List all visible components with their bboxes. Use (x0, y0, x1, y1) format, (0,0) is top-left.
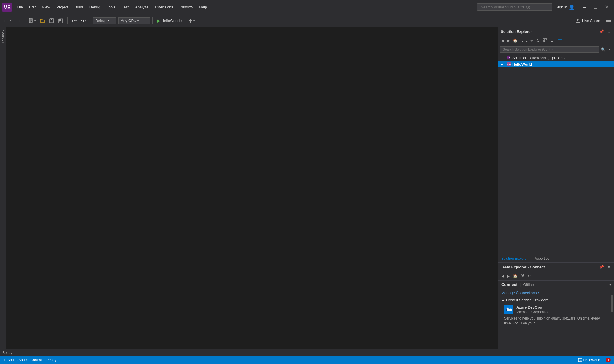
tree-solution-node[interactable]: VS Solution 'HelloWorld' (1 project) (498, 55, 614, 61)
manage-connections-link[interactable]: Manage Connections ▾ (498, 289, 611, 297)
solution-tree: VS Solution 'HelloWorld' (1 project) ▶ C… (498, 54, 614, 255)
save-icon (49, 18, 54, 23)
undo-button[interactable]: ↩ ▾ (70, 18, 78, 24)
te-home-button[interactable]: 🏠 (512, 273, 519, 279)
menu-window[interactable]: Window (177, 4, 196, 10)
menu-edit[interactable]: Edit (26, 4, 38, 10)
project-status-icon: C# (578, 358, 582, 362)
platform-config-dropdown[interactable]: Any CPU ▾ (118, 17, 150, 24)
se-search-button[interactable]: 🔍 (599, 47, 607, 53)
se-close-button[interactable]: ✕ (606, 29, 612, 34)
menu-build[interactable]: Build (72, 4, 86, 10)
live-share-button[interactable]: Live Share (573, 17, 602, 24)
tab-properties[interactable]: Properties (530, 255, 552, 262)
menu-debug[interactable]: Debug (86, 4, 103, 10)
toolbar-extra-icon (606, 18, 611, 23)
connect-arrow-icon: ▾ (609, 283, 611, 287)
solution-icon: VS (506, 55, 511, 60)
redo-button[interactable]: ↪ ▾ (79, 18, 88, 24)
se-back-button[interactable]: ◀ (500, 38, 505, 43)
open-file-button[interactable] (38, 17, 47, 24)
filter-dropdown-icon: ▾ (526, 40, 528, 43)
toolbar-forward-button[interactable]: ⟶ (14, 18, 22, 24)
minimize-button[interactable]: ─ (579, 3, 590, 12)
editor-area (6, 27, 498, 349)
project-status[interactable]: C# HelloWorld (577, 357, 601, 363)
toolbox-sidebar[interactable]: Toolbox (0, 27, 6, 349)
connect-header: Connect | Offline ▾ (498, 281, 614, 289)
title-search-input[interactable] (477, 3, 552, 11)
se-sync-button[interactable]: ↩ (529, 38, 535, 43)
azure-devops-name: Azure DevOps (516, 305, 550, 309)
maximize-button[interactable]: □ (590, 3, 601, 12)
menu-help[interactable]: Help (196, 4, 210, 10)
pin-icon (188, 18, 193, 23)
se-filter-button[interactable]: ▾ (519, 37, 529, 44)
ready-status: Ready (45, 357, 58, 363)
team-content: Manage Connections ▾ ▲ Hosted Service Pr… (498, 289, 611, 328)
debug-config-dropdown[interactable]: Debug ▾ (93, 17, 116, 24)
se-search-row: 🔍 ▾ (498, 45, 614, 54)
menu-test[interactable]: Test (119, 4, 132, 10)
save-button[interactable] (48, 17, 56, 24)
pin-dropdown: ▾ (193, 19, 195, 22)
error-list-label[interactable]: Ready (2, 351, 12, 355)
platform-config-arrow: ▾ (137, 19, 139, 22)
live-share-area: Live Share (573, 17, 612, 24)
csharp-project-icon: C# (506, 62, 511, 66)
svg-text:VS: VS (507, 57, 510, 59)
source-control-icon: ⬆ (3, 358, 6, 362)
se-search-dropdown-button[interactable]: ▾ (607, 47, 612, 52)
menu-extensions[interactable]: Extensions (152, 4, 176, 10)
se-search-input[interactable] (500, 46, 599, 53)
status-bar: ⬆ Add to Source Control Ready C# HelloWo… (0, 356, 614, 364)
se-refresh-button[interactable]: ↻ (535, 38, 541, 43)
close-button[interactable]: ✕ (601, 3, 612, 12)
sign-in-area: Sign in 👤 (556, 4, 575, 10)
person-icon: 👤 (569, 4, 575, 10)
se-forward-button[interactable]: ▶ (506, 38, 511, 43)
team-panel-scroll[interactable]: Manage Connections ▾ ▲ Hosted Service Pr… (498, 289, 614, 349)
save-all-button[interactable] (57, 17, 65, 24)
se-more-button[interactable] (556, 37, 563, 44)
tab-solution-explorer[interactable]: Solution Explorer (498, 255, 530, 262)
se-home-button[interactable]: 🏠 (512, 38, 519, 43)
pin-button[interactable]: ▾ (186, 17, 196, 24)
te-back-button[interactable]: ◀ (500, 273, 505, 279)
team-scrollbar-thumb (611, 295, 613, 312)
menu-project[interactable]: Project (53, 4, 71, 10)
te-forward-button[interactable]: ▶ (506, 273, 511, 279)
tree-project-node[interactable]: ▶ C# HelloWorld (498, 61, 614, 67)
te-manage-button[interactable] (519, 273, 526, 279)
menu-tools[interactable]: Tools (104, 4, 118, 10)
sign-in-label[interactable]: Sign in (556, 5, 567, 9)
svg-point-32 (522, 274, 524, 276)
new-file-button[interactable]: ▾ (27, 17, 37, 24)
te-pin-button[interactable]: 📌 (598, 264, 605, 270)
team-scrollbar[interactable] (611, 289, 614, 328)
menu-file[interactable]: File (14, 4, 26, 10)
te-refresh-button[interactable]: ↻ (527, 273, 532, 279)
forward-icon: ⟶ (15, 18, 21, 23)
se-pin-button[interactable]: 📌 (598, 29, 605, 34)
source-control-label: Add to Source Control (8, 358, 42, 362)
team-explorer-panel: Team Explorer - Connect 📌 ✕ ◀ ▶ 🏠 ↻ (498, 262, 614, 349)
toolbar-extra-button[interactable] (605, 18, 612, 24)
manage-connections-label: Manage Connections (501, 291, 537, 295)
error-status[interactable]: 1 (605, 357, 612, 363)
se-properties-button[interactable] (549, 37, 556, 44)
menu-view[interactable]: View (39, 4, 53, 10)
svg-rect-24 (551, 40, 554, 40)
azure-devops-icon (504, 305, 513, 314)
toolbar-separator-2 (67, 17, 68, 24)
svg-rect-25 (551, 41, 553, 42)
menu-analyze[interactable]: Analyze (132, 4, 151, 10)
se-collapse-button[interactable] (541, 37, 548, 44)
toolbar-back-button[interactable]: ⟵ ▾ (2, 18, 12, 24)
run-button[interactable]: ▶ HelloWorld ▾ (155, 17, 184, 24)
svg-rect-23 (551, 39, 554, 39)
project-status-label: HelloWorld (583, 358, 600, 362)
filter-icon (520, 38, 525, 42)
te-close-button[interactable]: ✕ (606, 264, 612, 270)
source-control-status[interactable]: ⬆ Add to Source Control (2, 357, 43, 363)
